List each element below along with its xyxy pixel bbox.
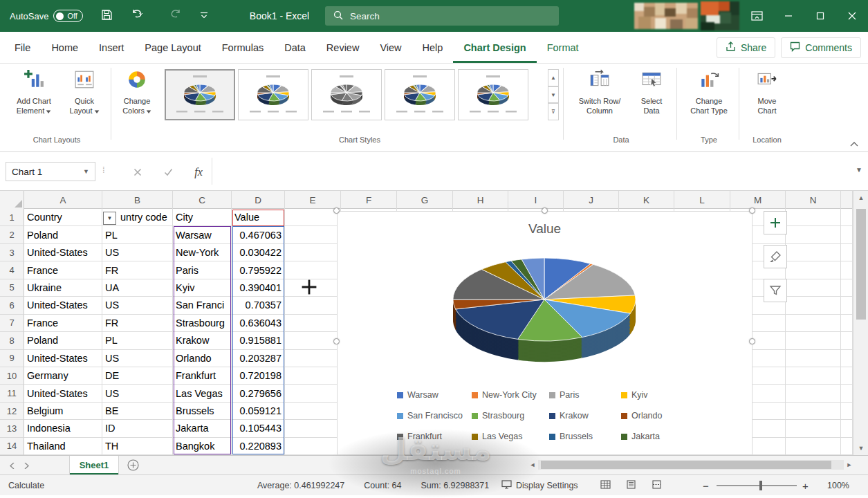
ribbon-tab-chart-design[interactable]: Chart Design <box>453 32 536 63</box>
cell-c14[interactable]: Bangkok <box>173 438 232 455</box>
zoom-in-button[interactable]: + <box>802 475 809 496</box>
name-box[interactable]: Chart 1 ▼ <box>6 162 95 181</box>
cell-a13[interactable]: Indonesia <box>24 420 102 437</box>
cell-e9[interactable] <box>285 350 341 367</box>
collapse-ribbon-icon[interactable] <box>850 137 858 149</box>
column-header-m[interactable]: M <box>730 191 786 209</box>
cell-n14[interactable] <box>786 438 841 455</box>
row-header-14[interactable]: 14 <box>0 438 24 455</box>
ribbon-tab-view[interactable]: View <box>369 32 412 63</box>
cell-n2[interactable] <box>786 226 841 243</box>
cell-n1[interactable] <box>786 209 841 226</box>
cell-d1[interactable]: Value <box>232 209 285 226</box>
maximize-button[interactable] <box>804 0 836 32</box>
cell-a14[interactable]: Thailand <box>24 438 102 455</box>
status-aggregate-1[interactable]: Count: 64 <box>364 481 401 490</box>
chart-handle-top-middle[interactable] <box>542 208 548 214</box>
cell-a2[interactable]: Poland <box>24 226 102 243</box>
row-header-11[interactable]: 11 <box>0 385 24 402</box>
display-settings-button[interactable]: Display Settings <box>501 475 578 496</box>
cell-a12[interactable]: Belgium <box>24 403 102 420</box>
ribbon-tab-help[interactable]: Help <box>412 32 454 63</box>
cell-b2[interactable]: PL <box>102 226 173 243</box>
add-chart-element-button[interactable]: Add Chart Element▼ <box>8 69 59 116</box>
gallery-scroll-down-button[interactable]: ▼ <box>548 86 559 104</box>
cell-n8[interactable] <box>786 332 841 349</box>
row-header-8[interactable]: 8 <box>0 332 24 349</box>
horizontal-scrollbar[interactable]: ◄ ► <box>527 458 855 472</box>
cell-n7[interactable] <box>786 315 841 332</box>
legend-item-brussels[interactable]: Brussels <box>549 432 621 441</box>
scroll-up-icon[interactable]: ▲ <box>853 191 868 205</box>
cell-n11[interactable] <box>786 385 841 402</box>
cell-n13[interactable] <box>786 420 841 437</box>
cell-d4[interactable]: 0.795922 <box>232 261 285 279</box>
cell-b11[interactable]: US <box>102 385 173 402</box>
legend-item-kyiv[interactable]: Kyiv <box>621 390 699 400</box>
change-chart-type-button[interactable]: Change Chart Type <box>686 69 732 116</box>
cell-a9[interactable]: United-States <box>24 350 102 367</box>
chart-style-thumb-5[interactable] <box>458 69 528 120</box>
chart-handle-top-right[interactable] <box>749 208 755 214</box>
row-header-1[interactable]: 1 <box>0 209 24 226</box>
legend-item-new-york-city[interactable]: New-York City <box>472 390 549 400</box>
legend-item-san-francisco[interactable]: San Francisco <box>397 411 472 421</box>
cell-b9[interactable]: US <box>102 350 173 367</box>
calculation-mode[interactable]: Calculate <box>8 475 44 496</box>
row-header-10[interactable]: 10 <box>0 367 24 385</box>
cell-b14[interactable]: TH <box>102 438 173 455</box>
cell-c1[interactable]: City <box>173 209 232 226</box>
column-header-i[interactable]: I <box>508 191 564 209</box>
column-header-e[interactable]: E <box>285 191 341 209</box>
chart-styles-button[interactable] <box>764 245 787 268</box>
redo-button[interactable] <box>165 9 182 23</box>
cell-e10[interactable] <box>285 367 341 385</box>
column-header-l[interactable]: L <box>674 191 730 209</box>
row-header-3[interactable]: 3 <box>0 244 24 261</box>
expand-formula-bar-icon[interactable]: ▼ <box>856 166 862 174</box>
cell-c5[interactable]: Kyiv <box>173 279 232 297</box>
select-data-button[interactable]: Select Data <box>632 69 671 116</box>
column-header-d[interactable]: D <box>232 191 285 209</box>
scroll-right-icon[interactable]: ► <box>844 459 855 470</box>
cell-c12[interactable]: Brussels <box>173 403 232 420</box>
legend-item-paris[interactable]: Paris <box>549 390 621 400</box>
cell-c7[interactable]: Strasbourg <box>173 315 232 332</box>
sheet-nav-left-icon[interactable] <box>10 459 15 472</box>
page-layout-view-icon[interactable] <box>626 480 636 491</box>
undo-button[interactable] <box>131 9 147 23</box>
cell-n9[interactable] <box>786 350 841 367</box>
new-sheet-button[interactable] <box>119 456 147 474</box>
vertical-scrollbar[interactable]: ▲ ▼ <box>853 191 868 455</box>
cell-e13[interactable] <box>285 420 341 437</box>
cell-c10[interactable]: Frankfurt <box>173 367 232 385</box>
zoom-slider[interactable] <box>717 485 797 486</box>
enter-icon[interactable] <box>160 165 176 180</box>
scroll-down-icon[interactable]: ▼ <box>853 441 868 455</box>
column-header-g[interactable]: G <box>397 191 453 209</box>
column-header-a[interactable]: A <box>24 191 102 209</box>
zoom-out-button[interactable]: − <box>703 475 709 496</box>
ribbon-tab-file[interactable]: File <box>4 32 41 63</box>
cell-a11[interactable]: United-States <box>24 385 102 402</box>
cell-n3[interactable] <box>786 244 841 261</box>
cell-a7[interactable]: France <box>24 315 102 332</box>
column-header-f[interactable]: F <box>341 191 397 209</box>
cell-e11[interactable] <box>285 385 341 402</box>
row-header-9[interactable]: 9 <box>0 350 24 367</box>
filter-dropdown-button[interactable]: ▼ <box>103 212 116 225</box>
page-break-view-icon[interactable] <box>652 480 662 491</box>
cell-b4[interactable]: FR <box>102 261 173 279</box>
cell-b8[interactable]: PL <box>102 332 173 349</box>
autosave-pill[interactable]: Off <box>53 10 82 22</box>
chart-filters-button[interactable] <box>764 279 787 302</box>
chart-elements-button[interactable] <box>764 211 787 234</box>
cell-c4[interactable]: Paris <box>173 261 232 279</box>
switch-row-column-button[interactable]: Switch Row/ Column <box>573 69 627 116</box>
pie-chart[interactable]: Value WarsawNew-York CityParisKyivSan Fr… <box>337 211 752 455</box>
column-header-n[interactable]: N <box>786 191 841 209</box>
cell-b12[interactable]: BE <box>102 403 173 420</box>
quick-layout-button[interactable]: Quick Layout▼ <box>64 69 105 116</box>
legend-item-las-vegas[interactable]: Las Vegas <box>472 432 549 441</box>
cell-a1[interactable]: Country <box>24 209 102 226</box>
